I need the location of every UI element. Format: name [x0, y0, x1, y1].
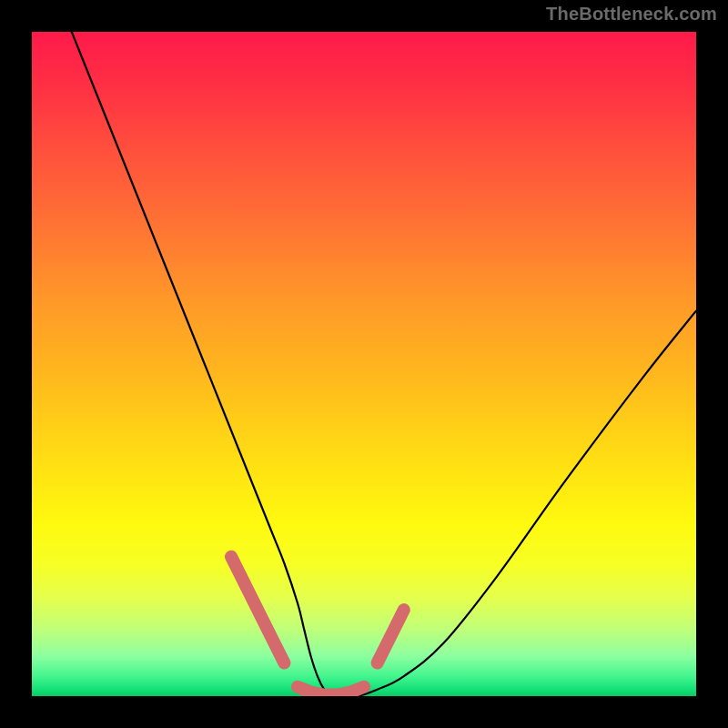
chart-svg — [32, 32, 696, 696]
bottleneck-curve — [72, 32, 696, 696]
accent-right-segment — [378, 610, 404, 662]
plot-area — [32, 32, 696, 696]
accent-bottom-segment — [298, 687, 364, 695]
watermark-text: TheBottleneck.com — [546, 4, 717, 25]
stage: TheBottleneck.com — [0, 0, 728, 728]
accent-left-segment — [231, 557, 284, 663]
